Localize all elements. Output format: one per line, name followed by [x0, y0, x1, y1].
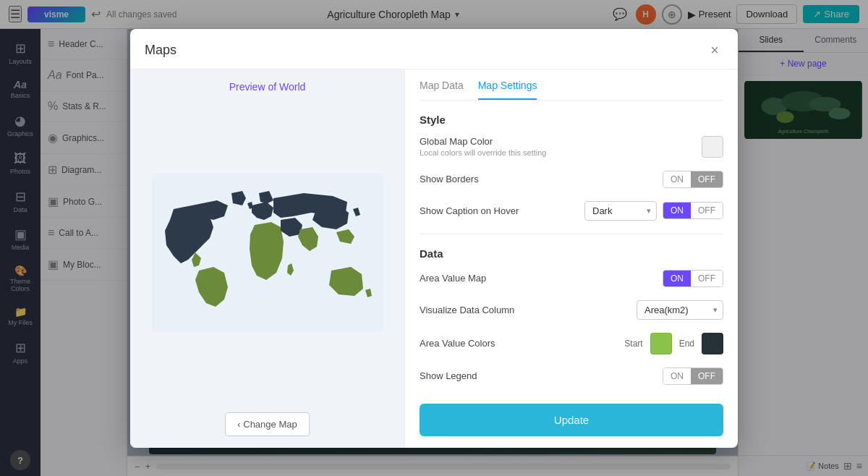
data-section-title: Data — [420, 247, 723, 260]
global-color-swatch[interactable] — [702, 136, 723, 158]
world-map-svg — [152, 166, 383, 339]
area-value-toggle: ON OFF — [663, 270, 723, 287]
settings-tabs: Map Data Map Settings — [420, 69, 723, 101]
visualize-dropdown[interactable]: Area(km2) Production Yield — [637, 300, 723, 320]
show-caption-toggle: ON OFF — [663, 202, 723, 219]
show-legend-row: Show Legend ON OFF — [420, 367, 723, 385]
area-value-label: Area Value Map — [420, 273, 486, 284]
show-caption-label: Show Caption on Hover — [420, 205, 519, 216]
section-divider — [420, 234, 723, 234]
preview-pane: Preview of World — [130, 69, 405, 448]
start-color-swatch[interactable] — [650, 333, 672, 354]
end-color-swatch[interactable] — [702, 333, 723, 354]
modal-title: Maps — [145, 43, 176, 58]
modal-header: Maps × — [130, 29, 738, 69]
show-legend-on[interactable]: ON — [663, 368, 691, 384]
show-borders-row: Show Borders ON OFF — [420, 171, 723, 188]
area-value-row: Area Value Map ON OFF — [420, 270, 723, 287]
area-value-on[interactable]: ON — [663, 271, 691, 286]
visualize-dropdown-wrapper: Area(km2) Production Yield — [637, 300, 723, 320]
tab-map-data[interactable]: Map Data — [420, 80, 464, 100]
settings-pane: Map Data Map Settings Style Global Map C… — [405, 69, 738, 448]
tab-map-settings[interactable]: Map Settings — [478, 80, 537, 100]
style-section-title: Style — [420, 114, 723, 126]
caption-dropdown[interactable]: Dark Light — [584, 201, 657, 221]
show-borders-label: Show Borders — [420, 174, 479, 184]
show-legend-off[interactable]: OFF — [691, 368, 723, 384]
end-label: End — [679, 339, 694, 349]
area-value-off[interactable]: OFF — [691, 271, 723, 286]
show-caption-on[interactable]: ON — [663, 203, 691, 218]
visualize-label: Visualize Data Column — [420, 305, 514, 315]
preview-label-pre: Preview of — [229, 81, 276, 93]
modal-overlay: Maps × Preview of World — [0, 0, 868, 476]
area-colors-pair: Start End — [624, 333, 723, 354]
show-borders-on[interactable]: ON — [663, 171, 691, 187]
global-color-label-group: Global Map Color Local colors will overr… — [420, 136, 546, 157]
show-legend-label: Show Legend — [420, 370, 477, 381]
area-colors-row: Area Value Colors Start End — [420, 333, 723, 354]
caption-dropdown-wrapper: Dark Light — [584, 201, 657, 221]
visualize-row: Visualize Data Column Area(km2) Producti… — [420, 300, 723, 320]
show-caption-row: Show Caption on Hover Dark Light ON OFF — [420, 201, 723, 221]
modal-close-button[interactable]: × — [706, 41, 723, 60]
start-label: Start — [624, 339, 642, 349]
change-map-button[interactable]: ‹ Change Map — [225, 412, 309, 436]
maps-modal: Maps × Preview of World — [130, 29, 738, 448]
show-caption-controls: Dark Light ON OFF — [584, 201, 723, 221]
global-color-sublabel: Local colors will override this setting — [420, 148, 546, 157]
show-caption-off[interactable]: OFF — [691, 203, 723, 218]
update-button[interactable]: Update — [420, 404, 723, 436]
global-color-row: Global Map Color Local colors will overr… — [420, 136, 723, 158]
show-borders-off[interactable]: OFF — [691, 171, 723, 187]
map-preview — [142, 101, 393, 404]
modal-body: Preview of World — [130, 69, 738, 448]
preview-label-bold: World — [279, 81, 305, 93]
global-color-label: Global Map Color — [420, 136, 546, 147]
show-legend-toggle: ON OFF — [663, 367, 723, 385]
preview-title: Preview of World — [142, 81, 393, 93]
area-colors-label: Area Value Colors — [420, 338, 495, 349]
show-borders-toggle: ON OFF — [663, 171, 723, 188]
